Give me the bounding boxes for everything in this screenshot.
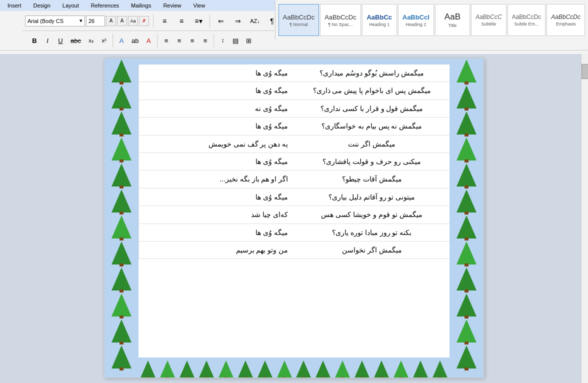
font-case-btn[interactable]: Aa bbox=[128, 16, 138, 26]
text-highlight-btn[interactable]: ab bbox=[129, 34, 141, 46]
svg-rect-53 bbox=[186, 377, 188, 378]
bullet-list-btn[interactable]: ≡ bbox=[158, 16, 172, 26]
strikethrough-btn[interactable]: abc bbox=[68, 34, 84, 46]
numbered-list-btn[interactable]: ≡ bbox=[174, 16, 188, 26]
svg-rect-69 bbox=[341, 377, 344, 378]
svg-marker-52 bbox=[180, 360, 194, 378]
toolbar-area: Insert Design Layout References Mailings… bbox=[0, 0, 588, 54]
font-color-btn[interactable]: A bbox=[143, 34, 154, 46]
style-heading2[interactable]: AaBbCcI Heading 2 bbox=[398, 4, 434, 36]
style-emphasis[interactable]: AaBbCcDc Emphasis bbox=[546, 4, 585, 36]
svg-marker-8 bbox=[112, 164, 132, 186]
tree-icon bbox=[158, 360, 176, 378]
font-grow-btn[interactable]: A bbox=[106, 16, 116, 26]
tab-layout[interactable]: Layout bbox=[57, 1, 84, 10]
poem-right-cell: میگه وُی ها bbox=[139, 224, 294, 241]
table-row: میگمش تو قوم و خویشا کسی هس کەای چیا شد bbox=[139, 206, 450, 224]
style-heading1[interactable]: AaBbCc Heading 1 bbox=[362, 4, 397, 36]
tree-icon bbox=[110, 162, 134, 188]
svg-rect-71 bbox=[360, 377, 364, 378]
svg-marker-14 bbox=[112, 242, 132, 264]
divider4 bbox=[112, 34, 113, 48]
poem-right-cell: یه دهن پر گف نمی خویمش bbox=[139, 135, 294, 152]
svg-rect-73 bbox=[380, 377, 383, 378]
tab-design[interactable]: Design bbox=[28, 1, 56, 10]
italic-btn[interactable]: I bbox=[42, 34, 53, 46]
style-subtitle[interactable]: AaBbCcC Subtitle bbox=[471, 4, 506, 36]
tree-icon bbox=[334, 360, 352, 378]
tree-icon bbox=[110, 318, 134, 344]
table-row: میگمش پس ای باخوام پا پیش می ذاری؟ میگه … bbox=[139, 82, 450, 100]
poem-right-cell: میگه وُی نه bbox=[139, 100, 294, 117]
poem-left-cell: بکنه تو روز مبادا توره یاری؟ bbox=[294, 224, 450, 241]
tree-icon bbox=[217, 360, 235, 378]
svg-marker-18 bbox=[112, 294, 132, 316]
tree-icon bbox=[454, 58, 478, 84]
tree-icon bbox=[139, 360, 157, 378]
top-tree-border bbox=[138, 58, 450, 64]
tree-icon bbox=[454, 266, 478, 292]
subscript-btn[interactable]: x₂ bbox=[86, 34, 96, 46]
poem-right-cell: میگه وُی ها bbox=[139, 64, 294, 82]
text-effect-btn[interactable]: A bbox=[116, 34, 127, 46]
poem-right-cell: اگر او هم باز بگه نخیر... bbox=[139, 170, 294, 188]
right-tree-border bbox=[450, 58, 484, 378]
outdent-btn[interactable]: ⇐ bbox=[214, 16, 228, 26]
style-no-spacing[interactable]: AaBbCcDc ¶ No Spac... bbox=[320, 4, 361, 36]
svg-marker-50 bbox=[160, 360, 175, 378]
font-shrink-btn[interactable]: A bbox=[117, 16, 127, 26]
shading-btn2[interactable]: ▤ bbox=[230, 34, 241, 46]
tree-icon bbox=[454, 292, 478, 318]
sort-btn[interactable]: AZ↓ bbox=[248, 16, 262, 26]
tab-review[interactable]: Review bbox=[158, 1, 186, 10]
content-area[interactable]: میگمش راسش بُوگو دوسُم میداری؟ میگه وُی … bbox=[138, 64, 450, 358]
poem-right-cell: میگه وُی ها bbox=[139, 152, 294, 170]
svg-rect-51 bbox=[166, 377, 169, 378]
font-size-box[interactable]: 26 bbox=[86, 16, 105, 26]
tree-icon bbox=[454, 240, 478, 266]
svg-marker-22 bbox=[112, 346, 132, 368]
style-normal[interactable]: AaBbCcDc ¶ Normal bbox=[278, 4, 320, 36]
superscript-btn[interactable]: x² bbox=[98, 34, 110, 46]
tab-insert[interactable]: Insert bbox=[2, 1, 27, 10]
list-style-btn[interactable]: ≡▾ bbox=[192, 16, 206, 26]
line-spacing-btn2[interactable]: ↕ bbox=[217, 34, 228, 46]
style-title[interactable]: AaB Title bbox=[435, 4, 470, 36]
svg-marker-4 bbox=[112, 112, 132, 134]
tab-view[interactable]: View bbox=[188, 1, 211, 10]
bold-btn[interactable]: B bbox=[29, 34, 40, 46]
border-btn2[interactable]: ⊞ bbox=[243, 34, 254, 46]
styles-panel: AaBbCcDc ¶ Normal AaBbCcDc ¶ No Spac... … bbox=[275, 0, 588, 40]
svg-rect-57 bbox=[224, 377, 228, 378]
table-row: میگمش اگر ننت یه دهن پر گف نمی خویمش bbox=[139, 135, 450, 152]
svg-marker-70 bbox=[354, 360, 370, 378]
style-subtle-em[interactable]: AaBbCcDc Subtle Em... bbox=[508, 4, 546, 36]
clear-format-btn[interactable]: ✗ bbox=[139, 16, 149, 26]
svg-marker-24 bbox=[456, 60, 476, 82]
vertical-scrollbar[interactable] bbox=[581, 54, 588, 383]
tree-icon bbox=[372, 360, 390, 378]
svg-marker-26 bbox=[456, 86, 476, 108]
table-row: میگمش قول و قرار با کسی نداری؟ میگه وُی … bbox=[139, 100, 450, 117]
tree-icon bbox=[454, 162, 478, 188]
align-center-btn2[interactable]: ≡ bbox=[174, 34, 184, 46]
tree-icon bbox=[110, 292, 134, 318]
align-left-btn2[interactable]: ≡ bbox=[160, 34, 172, 46]
svg-marker-36 bbox=[456, 216, 476, 238]
font-name-box[interactable]: Arial (Body CS ▾ bbox=[25, 16, 85, 26]
svg-marker-48 bbox=[140, 360, 156, 378]
tree-icon bbox=[392, 360, 410, 378]
table-row: میگمش آقات چیطو؟ اگر او هم باز بگه نخیر.… bbox=[139, 170, 450, 188]
tab-references[interactable]: References bbox=[86, 1, 124, 10]
svg-marker-30 bbox=[456, 138, 476, 160]
poem-right-cell: من وتو بهم برسیم bbox=[139, 241, 294, 258]
justify-btn2[interactable]: ≡ bbox=[200, 34, 210, 46]
tree-icon bbox=[110, 188, 134, 214]
scrollbar-thumb[interactable] bbox=[582, 64, 588, 79]
tab-mailings[interactable]: Mailings bbox=[126, 1, 156, 10]
indent-btn[interactable]: ⇒ bbox=[231, 16, 245, 26]
tree-icon bbox=[314, 360, 332, 378]
align-right-btn2[interactable]: ≡ bbox=[186, 34, 198, 46]
divider1 bbox=[153, 14, 154, 28]
underline-btn[interactable]: U bbox=[55, 34, 66, 46]
